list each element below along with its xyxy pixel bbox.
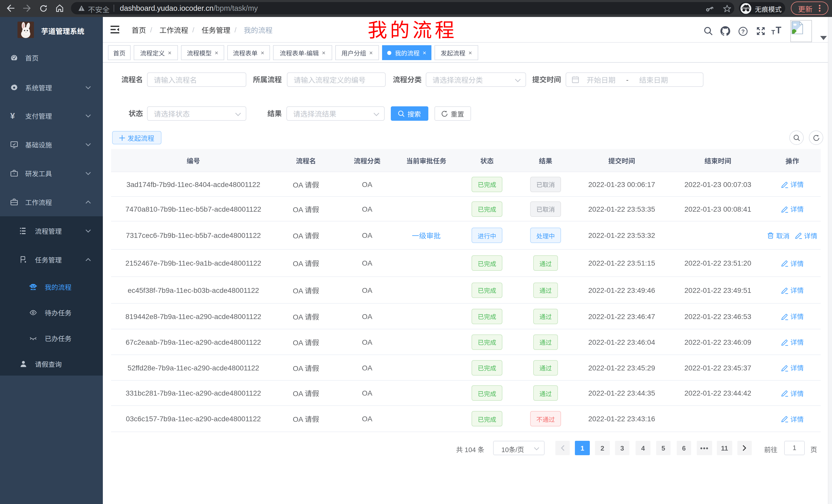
svg-text:?: ? [741,28,745,35]
